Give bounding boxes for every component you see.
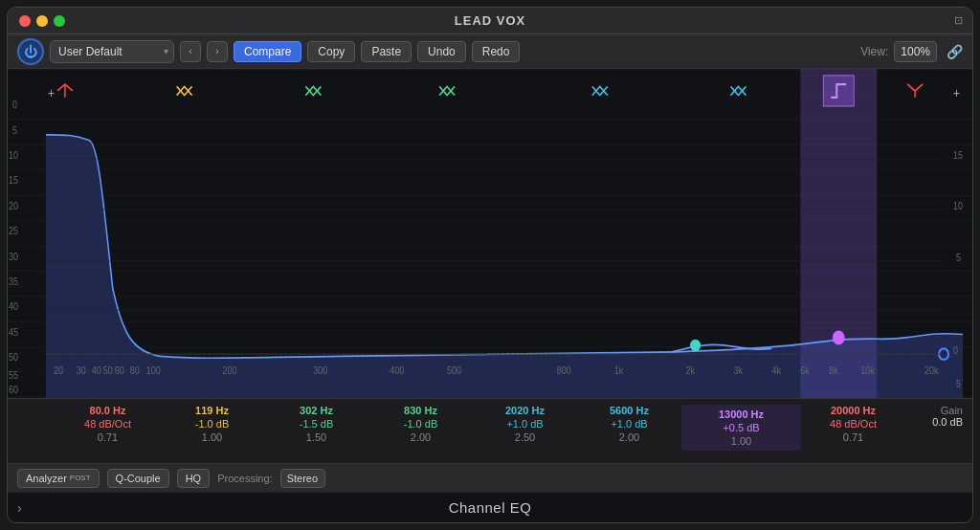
svg-text:25: 25: [9, 226, 18, 237]
eq-display[interactable]: + + 20 30 40 50 60 80 100 200 300 400 50…: [8, 69, 972, 398]
band-2-q: 1.00: [202, 431, 222, 443]
band-8-gain: 48 dB/Oct: [830, 418, 877, 430]
view-control[interactable]: 100%: [894, 41, 937, 62]
hq-button[interactable]: HQ: [177, 469, 211, 488]
svg-text:800: 800: [557, 364, 571, 376]
bottom-controls: AnalyzerPOST Q-Couple HQ Processing: Ste…: [8, 463, 972, 492]
eq-svg: + + 20 30 40 50 60 80 100 200 300 400 50…: [8, 69, 972, 398]
band-8-freq: 20000 Hz: [831, 405, 876, 416]
close-button[interactable]: [19, 15, 31, 27]
svg-text:4k: 4k: [771, 364, 781, 376]
gain-value: 0.0 dB: [932, 416, 963, 428]
svg-text:+: +: [48, 85, 55, 100]
view-label: View:: [860, 45, 888, 58]
band-6-info[interactable]: 5600 Hz +1.0 dB 2.00: [577, 405, 681, 443]
paste-button[interactable]: Paste: [361, 41, 412, 62]
svg-text:300: 300: [313, 364, 327, 376]
compare-button[interactable]: Compare: [234, 41, 301, 62]
svg-text:100: 100: [146, 364, 161, 376]
band-1-gain: 48 dB/Oct: [84, 418, 131, 430]
title-bar: LEAD VOX ⊡: [8, 8, 972, 34]
svg-text:5: 5: [956, 378, 961, 389]
band-2-freq: 119 Hz: [195, 405, 229, 416]
band-6-freq: 5600 Hz: [610, 405, 649, 416]
band-3-gain: -1.5 dB: [300, 418, 333, 430]
svg-text:20k: 20k: [924, 364, 939, 376]
svg-text:6k: 6k: [800, 364, 810, 376]
svg-text:80: 80: [130, 364, 140, 376]
power-button[interactable]: ⏻: [17, 38, 44, 65]
band-5-info[interactable]: 2020 Hz +1.0 dB 2.50: [473, 405, 577, 443]
band-8-info[interactable]: 20000 Hz 48 dB/Oct 0.71: [801, 405, 905, 443]
svg-text:5: 5: [956, 252, 961, 263]
band-2-info[interactable]: 119 Hz -1.0 dB 1.00: [160, 405, 264, 443]
band-7-q: 1.00: [731, 435, 751, 447]
svg-text:30: 30: [9, 251, 18, 262]
svg-text:2k: 2k: [686, 364, 696, 376]
gain-display: Gain 0.0 dB: [905, 405, 963, 428]
prev-preset-button[interactable]: ‹: [180, 41, 201, 62]
band-7-gain: +0.5 dB: [723, 422, 759, 433]
processing-select[interactable]: Stereo Left Right Mid Side: [280, 469, 325, 488]
svg-text:35: 35: [9, 276, 18, 287]
link-icon[interactable]: 🔗: [947, 44, 963, 59]
redo-button[interactable]: Redo: [472, 41, 521, 62]
preset-select[interactable]: User Default: [50, 40, 174, 63]
band-8-q: 0.71: [843, 431, 863, 443]
svg-text:20: 20: [9, 200, 18, 211]
svg-text:0: 0: [12, 99, 17, 111]
preset-wrapper: User Default: [50, 40, 174, 63]
svg-text:200: 200: [223, 364, 237, 376]
svg-text:10k: 10k: [860, 364, 875, 376]
band-6-gain: +1.0 dB: [611, 418, 647, 430]
svg-text:10: 10: [953, 200, 963, 211]
svg-text:15: 15: [9, 175, 18, 187]
band-7-freq: 13000 Hz: [719, 409, 764, 420]
window-resize-button[interactable]: ⊡: [954, 14, 963, 27]
svg-text:45: 45: [9, 326, 18, 338]
band-5-freq: 2020 Hz: [505, 405, 545, 416]
svg-text:40: 40: [92, 364, 101, 376]
minimize-button[interactable]: [36, 15, 48, 27]
svg-text:5: 5: [12, 124, 17, 136]
q-couple-button[interactable]: Q-Couple: [107, 469, 169, 488]
maximize-button[interactable]: [54, 15, 65, 27]
band-7-info[interactable]: 13000 Hz +0.5 dB 1.00: [681, 405, 801, 451]
analyzer-button[interactable]: AnalyzerPOST: [17, 469, 100, 488]
svg-text:500: 500: [447, 364, 461, 376]
next-preset-button[interactable]: ›: [207, 41, 228, 62]
svg-point-10: [833, 331, 844, 344]
copy-button[interactable]: Copy: [307, 41, 355, 62]
band-4-info[interactable]: 830 Hz -1.0 dB 2.00: [368, 405, 473, 443]
svg-text:15: 15: [953, 149, 963, 161]
footer-arrow-icon[interactable]: ›: [17, 500, 22, 516]
svg-text:3k: 3k: [733, 364, 743, 376]
band-4-freq: 830 Hz: [404, 405, 437, 416]
band-6-q: 2.00: [619, 431, 639, 443]
svg-text:60: 60: [115, 364, 124, 376]
processing-label: Processing:: [217, 473, 272, 484]
band-3-info[interactable]: 302 Hz -1.5 dB 1.50: [264, 405, 368, 443]
band-1-freq: 80.0 Hz: [90, 405, 126, 416]
toolbar: ⏻ User Default ‹ › Compare Copy Paste Un…: [8, 34, 972, 69]
svg-point-9: [691, 340, 701, 350]
svg-text:50: 50: [103, 364, 113, 376]
gain-label: Gain: [941, 405, 963, 416]
svg-text:1k: 1k: [614, 364, 624, 376]
svg-text:8k: 8k: [829, 364, 838, 376]
band-3-freq: 302 Hz: [300, 405, 333, 416]
footer-title: Channel EQ: [449, 499, 532, 516]
svg-text:30: 30: [77, 364, 86, 376]
svg-text:40: 40: [9, 301, 18, 313]
svg-text:20: 20: [54, 364, 63, 376]
band-5-gain: +1.0 dB: [506, 418, 543, 430]
footer: › Channel EQ: [8, 492, 972, 522]
svg-rect-7: [823, 76, 854, 106]
band-1-info[interactable]: 80.0 Hz 48 dB/Oct 0.71: [56, 405, 160, 443]
band-info-row: 80.0 Hz 48 dB/Oct 0.71 119 Hz -1.0 dB 1.…: [8, 398, 972, 463]
plugin-window: LEAD VOX ⊡ ⏻ User Default ‹ › Compare Co…: [7, 7, 973, 523]
undo-button[interactable]: Undo: [417, 41, 466, 62]
svg-text:10: 10: [9, 149, 18, 161]
band-4-q: 2.00: [411, 431, 431, 443]
band-2-gain: -1.0 dB: [195, 418, 229, 430]
